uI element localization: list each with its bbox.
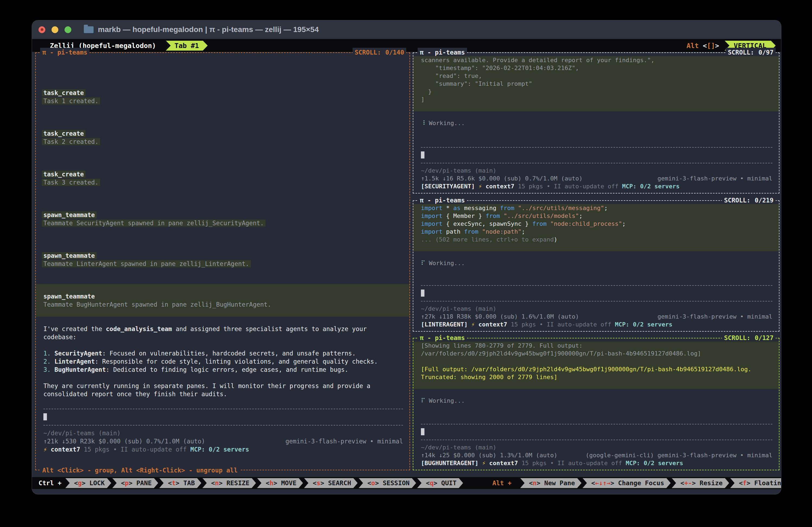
tool-call-name: task_create: [43, 170, 403, 178]
assistant-message-line: consolidated report once they finish the…: [43, 390, 403, 398]
code-line: ... (502 more lines, ctrl+o to expand): [413, 236, 779, 243]
usage-stats-line: ↑27k ↓118 R38k $0.000 (sub) 1.6%/1.0M (a…: [421, 313, 772, 321]
text-cursor: [421, 289, 424, 297]
keybinding-bar: Ctrl + <g> LOCK <p> PANE <t> TAB <n> RES…: [32, 477, 781, 489]
prompt-line[interactable]: [421, 151, 772, 159]
traffic-lights: [39, 26, 71, 33]
prompt-separator: [421, 143, 772, 151]
window-titlebar: markb — hopeful-megalodon | π - pi-teams…: [32, 20, 781, 39]
prompt-line[interactable]: [421, 289, 772, 297]
tool-call-result: Teammate SecurityAgent spawned in pane z…: [43, 219, 403, 227]
tool-call-name: spawn_teammate: [36, 292, 409, 300]
code-line: import path from "node:path";: [413, 228, 779, 236]
assistant-message-line: They are currently running in separate p…: [43, 382, 403, 390]
tool-call-name: task_create: [43, 89, 403, 97]
agent-list-item: 3. BugHunterAgent: Dedicated to finding …: [43, 366, 403, 374]
assistant-message-line: I've created the code_analysis_team and …: [43, 325, 403, 333]
pane-team-lead[interactable]: π - pi-teams SCROLL:0/140 task_create Ta…: [35, 52, 410, 470]
usage-stats-line: ↑21k ↓530 R23k $0.000 (sub) 0.7%/1.0M (a…: [43, 437, 403, 445]
usage-stats-line: ↑14k ↓25 $0.000 (sub) 1.3%/1.0M (auto) (…: [421, 451, 772, 459]
pane-linter-agent[interactable]: π - pi-teams SCROLL:0/219 import * as me…: [413, 200, 780, 332]
output-line: [Showing lines 780-2779 of 2779. Full ou…: [413, 342, 779, 350]
output-line: }: [413, 88, 779, 96]
key-segment-session[interactable]: <o> SESSION: [359, 478, 416, 488]
window-title-group: markb — hopeful-megalodon | π - pi-teams…: [84, 25, 319, 34]
output-line: /var/folders/d0/z9jph2ld4v9gw45bwg0f1j90…: [413, 350, 779, 357]
cwd-line: ~/dev/pi-teams (main): [43, 429, 403, 437]
usage-stats: ↑1.5k ↓16 R5.6k $0.000 (sub) 0.7%/1.0M (…: [421, 174, 582, 182]
tool-call-result: Teammate LinterAgent spawned in pane zel…: [43, 260, 403, 268]
output-line: "read": true,: [413, 72, 779, 80]
ctrl-modifier-label: Ctrl +: [36, 479, 64, 487]
key-segment-tab[interactable]: <t> TAB: [159, 478, 201, 488]
window-title: markb — hopeful-megalodon | π - pi-teams…: [98, 25, 319, 34]
output-line: ]: [413, 96, 779, 103]
working-indicator: ⠸ Working...: [421, 119, 772, 127]
pane-bughunter-agent[interactable]: π - pi-teams SCROLL:0/127 [Showing lines…: [413, 338, 780, 470]
cwd-line: ~/dev/pi-teams (main): [421, 305, 772, 313]
code-line: import { execSync, spawnSync } from "nod…: [413, 220, 779, 228]
working-indicator: ⠏ Working...: [421, 397, 772, 404]
prompt-separator: [421, 297, 772, 305]
context-status-line: [BUGHUNTERAGENT] ⚡ context7 15 pkgs • II…: [421, 459, 772, 467]
text-cursor: [421, 152, 424, 158]
pane-security-body: scanners available. Provide a detailed r…: [413, 53, 779, 193]
context-status-line: [SECURITYAGENT] ⚡ context7 15 pkgs • II …: [421, 182, 772, 190]
model-info: (google-gemini-cli) gemini-3-flash-previ…: [585, 451, 772, 459]
prompt-separator: [421, 420, 772, 428]
cwd-line: ~/dev/pi-teams (main): [421, 443, 772, 451]
close-button[interactable]: [39, 26, 45, 33]
code-line: import { Member } from "../src/utils/mod…: [413, 212, 779, 220]
model-info: gemini-3-flash-preview • minimal: [286, 437, 403, 445]
pane-bughunter-body: [Showing lines 780-2779 of 2779. Full ou…: [413, 338, 779, 470]
tool-call-result: Task 3 created.: [43, 178, 403, 186]
key-segment-resize-alt[interactable]: <+-> Resize: [672, 478, 729, 488]
output-line: scanners available. Provide a detailed r…: [413, 56, 779, 64]
key-segment-resize[interactable]: <n> RESIZE: [202, 478, 256, 488]
usage-stats-line: ↑1.5k ↓16 R5.6k $0.000 (sub) 0.7%/1.0M (…: [421, 174, 772, 182]
agent-list-item: 2. LinterAgent: Responsible for code sty…: [43, 357, 403, 366]
zoom-button[interactable]: [64, 26, 71, 33]
usage-stats: ↑14k ↓25 $0.000 (sub) 1.3%/1.0M (auto): [421, 451, 557, 459]
output-line: "summary": "Initial prompt": [413, 80, 779, 88]
assistant-message-line: codebase:: [43, 333, 403, 341]
tool-call-name: task_create: [43, 129, 403, 138]
desktop: markb — hopeful-megalodon | π - pi-teams…: [0, 0, 812, 527]
agent-list-item: 1. SecurityAgent: Focused on vulnerabili…: [43, 349, 403, 357]
output-line: "timestamp": "2026-02-22T01:04:03.216Z",: [413, 64, 779, 72]
key-segment-pane[interactable]: <p> PANE: [112, 478, 158, 488]
prompt-line[interactable]: [43, 413, 403, 421]
context-status-line: ⚡ context7 15 pkgs • II auto-update off …: [43, 445, 403, 454]
pane-linter-body: import * as messaging from "../src/utils…: [413, 201, 779, 331]
key-segment-floating[interactable]: <f> Floating: [730, 478, 781, 488]
pane-security-agent[interactable]: π - pi-teams SCROLL:0/97 scanners availa…: [413, 52, 780, 194]
key-segment-lock[interactable]: <g> LOCK: [66, 478, 111, 488]
prompt-separator: [421, 436, 772, 443]
usage-stats: ↑27k ↓118 R38k $0.000 (sub) 1.6%/1.0M (a…: [421, 313, 579, 321]
key-segment-change-focus[interactable]: <←↓↑→> Change Focus: [582, 478, 671, 488]
tool-call-result: Task 2 created.: [43, 138, 403, 146]
model-info: gemini-3-flash-preview • minimal: [657, 174, 772, 182]
minimize-button[interactable]: [52, 26, 58, 33]
key-segment-search[interactable]: <s> SEARCH: [304, 478, 358, 488]
usage-stats: ↑21k ↓530 R23k $0.000 (sub) 0.7%/1.0M (a…: [43, 437, 205, 445]
context-status-line: [LINTERAGENT] ⚡ context7 15 pkgs • II au…: [421, 321, 772, 328]
key-segment-new-pane[interactable]: <n> New Pane: [520, 478, 581, 488]
tool-call-name: spawn_teammate: [43, 211, 403, 219]
output-line: [Full output: /var/folders/d0/z9jph2ld4v…: [413, 365, 779, 373]
key-segment-move[interactable]: <h> MOVE: [257, 478, 303, 488]
prompt-separator: [421, 159, 772, 167]
pane-team-lead-body: task_create Task 1 created. task_create …: [36, 53, 409, 470]
alt-modifier-label: Alt +: [463, 479, 519, 487]
key-segment-quit[interactable]: <q> QUIT: [417, 478, 463, 488]
cwd-line: ~/dev/pi-teams (main): [421, 167, 772, 174]
output-line: Truncated: showing 2000 of 2779 lines]: [413, 373, 779, 381]
prompt-line[interactable]: [421, 428, 772, 436]
terminal-window: markb — hopeful-megalodon | π - pi-teams…: [32, 20, 781, 494]
tool-call-result: Task 1 created.: [43, 97, 403, 105]
prompt-separator: [43, 421, 403, 429]
code-line: import * as messaging from "../src/utils…: [413, 204, 779, 212]
prompt-separator: [421, 281, 772, 289]
text-cursor: [43, 413, 47, 421]
group-hint: Alt <Click> - group, Alt <Right-Click> -…: [40, 466, 240, 475]
